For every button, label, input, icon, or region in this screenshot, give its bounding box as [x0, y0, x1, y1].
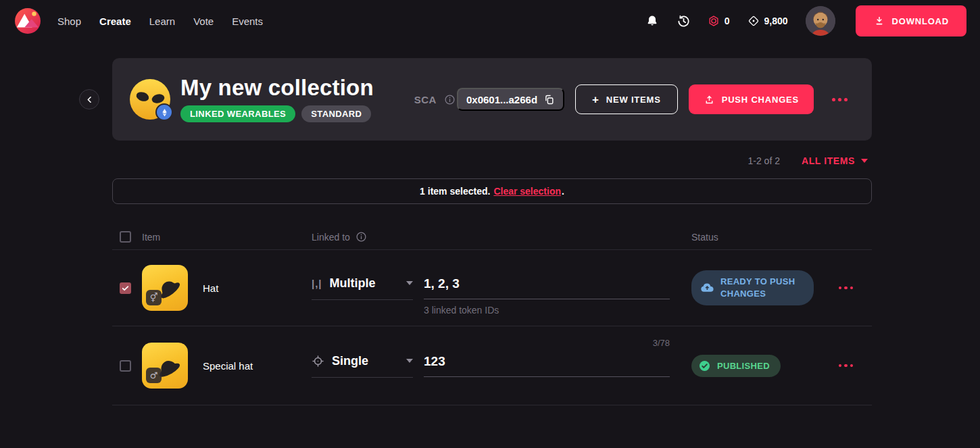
table-row-hat: ⚥ Hat |,| Multiple 3 linked token IDs RE…	[112, 250, 872, 326]
column-status: Status	[691, 232, 718, 243]
status-label: READY TO PUSH CHANGES	[720, 276, 803, 299]
body-shape-icon: ⚥	[146, 290, 162, 305]
user-avatar[interactable]	[806, 6, 835, 36]
collection-title-block: My new collection LINKED WEARABLES STAND…	[180, 76, 374, 122]
nav-vote[interactable]: Vote	[193, 16, 214, 27]
token-ids-helper: 3 linked token IDs	[424, 305, 499, 316]
selection-bar: 1 item selected. Clear selection .	[112, 178, 872, 204]
polygon-mana-balance[interactable]: 0	[708, 15, 730, 27]
collection-header-card: My new collection LINKED WEARABLES STAND…	[112, 58, 872, 141]
token-ids-input[interactable]	[424, 276, 670, 299]
download-button[interactable]: DOWNLOAD	[856, 5, 966, 36]
items-filter-label: ALL ITEMS	[802, 155, 855, 166]
clear-selection-link[interactable]: Clear selection	[493, 186, 561, 197]
activity-history-icon[interactable]	[677, 14, 690, 28]
table-row-special-hat: ♂ Special hat Single 3/78	[112, 326, 872, 405]
status-cell: PUBLISHED	[691, 355, 820, 377]
polygon-mana-icon	[708, 15, 720, 27]
nav-learn[interactable]: Learn	[149, 16, 175, 27]
linked-mode-dropdown[interactable]: |,| Multiple	[312, 276, 413, 300]
topbar-right: 0 9,800	[645, 5, 966, 36]
mana-balance[interactable]: 9,800	[748, 15, 788, 27]
item-thumbnail: ♂	[142, 343, 188, 389]
token-ids-input[interactable]	[424, 354, 670, 377]
upload-icon	[704, 94, 715, 105]
sca-info-icon[interactable]	[444, 94, 456, 105]
new-items-label: NEW ITEMS	[606, 95, 661, 105]
item-more-options-button[interactable]	[839, 362, 854, 370]
sca-group: SCA	[414, 94, 456, 105]
status-badge-ready: READY TO PUSH CHANGES	[691, 270, 814, 305]
status-badge-published: PUBLISHED	[691, 355, 781, 377]
bell-icon[interactable]	[645, 14, 659, 28]
contract-address-chip[interactable]: 0x0601...a266d	[457, 88, 564, 111]
column-item: Item	[142, 232, 312, 243]
sca-label: SCA	[414, 94, 437, 105]
back-button[interactable]	[79, 89, 99, 109]
decentraland-logo-icon[interactable]	[15, 8, 41, 34]
row-checkbox[interactable]	[120, 360, 131, 372]
multiple-ids-icon: |,|	[312, 278, 322, 289]
contract-address: 0x0601...a266d	[466, 94, 537, 105]
caret-down-icon	[406, 281, 413, 285]
collection-thumbnail	[130, 79, 170, 120]
collection-badges: LINKED WEARABLES STANDARD	[180, 105, 374, 122]
mana-amount: 9,800	[764, 16, 788, 26]
caret-down-icon	[861, 159, 868, 163]
caret-down-icon	[406, 359, 413, 363]
items-range-text: 1-2 of 2	[748, 155, 779, 166]
column-linked-to: Linked to	[312, 231, 691, 243]
chevron-left-icon	[84, 95, 95, 105]
status-cell: READY TO PUSH CHANGES	[691, 270, 820, 305]
selection-suffix: .	[562, 186, 564, 197]
select-all-checkbox[interactable]	[120, 231, 131, 243]
ethereum-network-icon	[155, 103, 173, 121]
new-items-button[interactable]: + NEW ITEMS	[575, 84, 678, 114]
linked-wearables-badge: LINKED WEARABLES	[180, 105, 295, 122]
crosshair-icon	[312, 355, 324, 368]
cloud-upload-icon	[700, 280, 714, 295]
items-toolbar: 1-2 of 2 ALL ITEMS	[112, 151, 872, 170]
polygon-mana-amount: 0	[725, 16, 730, 26]
selection-text: 1 item selected.	[420, 186, 490, 197]
nav-events[interactable]: Events	[232, 16, 263, 27]
linked-to-info-icon[interactable]	[356, 231, 367, 243]
collection-title: My new collection	[180, 76, 374, 100]
nav-create[interactable]: Create	[99, 16, 131, 27]
download-label: DOWNLOAD	[892, 16, 949, 26]
item-name: Special hat	[203, 360, 312, 372]
status-label: PUBLISHED	[717, 361, 770, 371]
char-counter: 3/78	[653, 338, 670, 348]
copy-icon	[543, 94, 555, 105]
collection-page: My new collection LINKED WEARABLES STAND…	[112, 58, 872, 405]
items-table-header: Item Linked to Status	[112, 224, 872, 250]
items-filter-dropdown[interactable]: ALL ITEMS	[802, 155, 868, 166]
nav-shop[interactable]: Shop	[57, 16, 81, 27]
token-ids-field: 3 linked token IDs	[424, 276, 670, 299]
token-ids-field: 3/78	[424, 354, 670, 377]
item-name: Hat	[203, 282, 312, 294]
item-more-options-button[interactable]	[839, 284, 854, 293]
linked-mode-label: Single	[332, 354, 368, 368]
push-changes-label: PUSH CHANGES	[722, 95, 799, 105]
check-circle-icon	[698, 359, 711, 372]
collection-more-options-button[interactable]	[832, 95, 848, 104]
main-nav: Shop Create Learn Vote Events	[57, 16, 263, 27]
push-changes-button[interactable]: PUSH CHANGES	[689, 84, 814, 114]
topbar: Shop Create Learn Vote Events	[0, 0, 980, 42]
linked-mode-label: Multiple	[330, 276, 376, 291]
item-thumbnail: ⚥	[142, 265, 188, 311]
plus-icon: +	[592, 94, 599, 105]
standard-badge: STANDARD	[301, 105, 371, 122]
linked-mode-dropdown[interactable]: Single	[312, 354, 413, 378]
mana-icon	[748, 15, 760, 27]
body-shape-icon: ♂	[146, 368, 162, 383]
row-checkbox[interactable]	[120, 282, 131, 294]
download-icon	[873, 15, 885, 27]
